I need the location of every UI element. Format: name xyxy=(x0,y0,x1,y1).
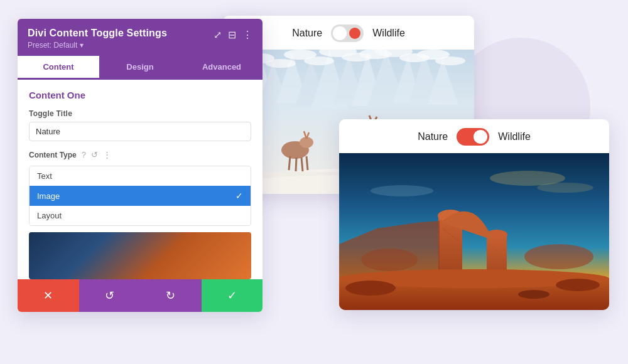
svg-line-31 xyxy=(289,156,290,170)
toggle-switch-2[interactable] xyxy=(457,128,489,146)
settings-panel: Divi Content Toggle Settings Preset: Def… xyxy=(18,19,263,312)
svg-point-14 xyxy=(266,59,296,68)
toggle-label-left-2: Nature xyxy=(418,131,448,142)
toggle-bar-2: Nature Wildlife xyxy=(339,119,609,153)
content-type-dropdown: Text Image Layout xyxy=(29,166,251,226)
panel-toolbar: ✕ ↺ ↻ ✓ xyxy=(18,279,263,312)
panel-tabs: Content Design Advanced xyxy=(18,56,263,80)
preview-card-2: Nature Wildlife xyxy=(339,119,609,310)
panel-title-group: Divi Content Toggle Settings Preset: Def… xyxy=(28,28,214,50)
content-type-label: Content Type xyxy=(29,151,77,159)
toggle-title-input[interactable] xyxy=(29,122,251,141)
toggle-title-label: Toggle Title xyxy=(29,109,251,118)
option-layout[interactable]: Layout xyxy=(30,206,251,225)
columns-icon[interactable]: ⊟ xyxy=(228,29,236,41)
svg-point-50 xyxy=(524,244,593,269)
option-text[interactable]: Text xyxy=(30,166,251,186)
svg-point-48 xyxy=(537,183,593,193)
svg-point-62 xyxy=(556,279,600,291)
save-button[interactable]: ✓ xyxy=(202,279,263,312)
toggle-label-right-2: Wildlife xyxy=(498,131,531,142)
panel-header-icons: ⤢ ⊟ ⋮ xyxy=(214,29,252,41)
svg-point-49 xyxy=(371,185,433,196)
desert-scene-svg xyxy=(339,153,609,310)
toggle-label-left-1: Nature xyxy=(292,28,322,39)
toggle-knob-2 xyxy=(474,130,487,144)
cancel-button[interactable]: ✕ xyxy=(18,279,79,312)
redo-button[interactable]: ↻ xyxy=(140,279,202,312)
layout-preview-image xyxy=(29,232,251,279)
svg-line-34 xyxy=(306,156,308,170)
tab-content[interactable]: Content xyxy=(18,56,99,80)
panel-body: Content One Toggle Title Content Type ? … xyxy=(18,80,263,279)
option-image[interactable]: Image xyxy=(30,186,251,206)
reset-icon[interactable]: ↺ xyxy=(91,150,98,159)
content-type-row: Content Type ? ↺ ⋮ xyxy=(29,150,251,159)
help-icon[interactable]: ? xyxy=(82,150,86,159)
resize-icon[interactable]: ⤢ xyxy=(214,29,222,41)
toggle-dot-1 xyxy=(349,28,360,39)
panel-title: Divi Content Toggle Settings xyxy=(28,28,214,39)
svg-point-30 xyxy=(308,139,313,144)
more-icon[interactable]: ⋮ xyxy=(242,29,252,41)
section-title: Content One xyxy=(29,90,251,100)
panel-preset[interactable]: Preset: Default ▾ xyxy=(28,41,214,50)
tab-design[interactable]: Design xyxy=(99,56,181,80)
svg-point-23 xyxy=(435,56,465,65)
svg-point-63 xyxy=(518,290,550,299)
panel-header: Divi Content Toggle Settings Preset: Def… xyxy=(18,19,263,56)
desert-image xyxy=(339,153,609,310)
toggle-switch-1[interactable] xyxy=(331,24,364,42)
svg-point-61 xyxy=(345,281,396,296)
toggle-knob-1 xyxy=(333,26,347,40)
svg-point-16 xyxy=(304,56,334,65)
options-icon[interactable]: ⋮ xyxy=(103,150,111,159)
toggle-label-right-1: Wildlife xyxy=(372,28,405,39)
preview-img-desert xyxy=(29,232,251,279)
undo-button[interactable]: ↺ xyxy=(79,279,141,312)
svg-line-33 xyxy=(301,158,303,171)
tab-advanced[interactable]: Advanced xyxy=(181,56,263,80)
svg-line-32 xyxy=(296,158,296,171)
